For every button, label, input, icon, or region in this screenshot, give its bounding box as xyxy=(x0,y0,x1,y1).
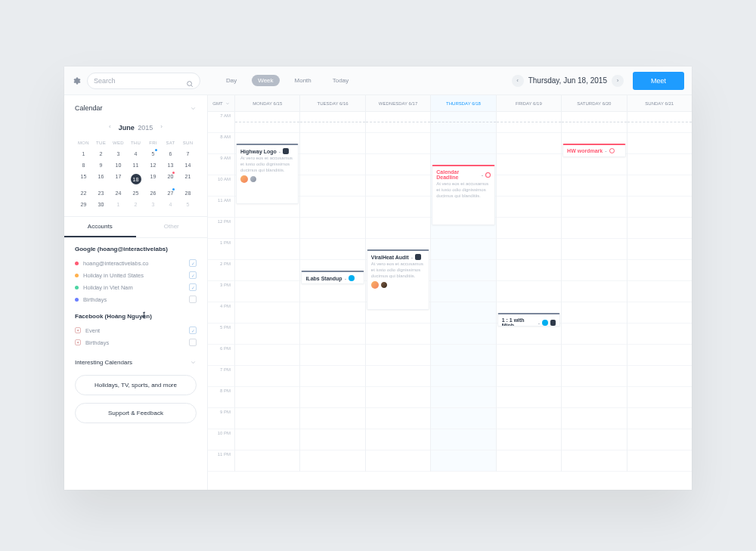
calendar-event[interactable]: Highway Logo - At vero eos et accusamus … xyxy=(236,144,299,204)
time-slot[interactable] xyxy=(562,387,626,408)
tab-accounts[interactable]: Accounts xyxy=(64,217,136,237)
time-slot[interactable] xyxy=(627,133,692,154)
mini-day[interactable]: 2 xyxy=(92,148,110,159)
timezone-selector[interactable]: GMT xyxy=(208,95,235,111)
checkbox-icon[interactable] xyxy=(189,339,197,346)
time-slot[interactable] xyxy=(300,408,364,429)
calendar-toggle-item[interactable]: Birthdays xyxy=(75,293,197,305)
time-slot[interactable] xyxy=(627,281,692,302)
time-slot[interactable] xyxy=(431,302,495,323)
mini-day[interactable]: 19 xyxy=(144,171,162,187)
time-slot[interactable] xyxy=(497,450,561,472)
day-column[interactable]: Calendar Deadline - At vero eos et accus… xyxy=(431,112,496,472)
time-slot[interactable] xyxy=(366,450,430,472)
time-slot[interactable] xyxy=(627,429,692,450)
mini-day[interactable]: 28 xyxy=(179,187,197,199)
time-slot[interactable] xyxy=(627,450,692,472)
time-slot[interactable] xyxy=(497,175,561,197)
view-month[interactable]: Month xyxy=(289,75,318,86)
mini-next-month[interactable]: › xyxy=(159,122,164,132)
time-slot[interactable] xyxy=(562,429,626,450)
mini-day[interactable]: 11 xyxy=(127,159,144,171)
tab-other[interactable]: Other xyxy=(136,217,208,237)
time-slot[interactable] xyxy=(562,218,626,239)
day-header-cell[interactable]: FRIDAY 6/19 xyxy=(497,95,562,111)
mini-day[interactable]: 18 xyxy=(127,171,144,187)
mini-day[interactable]: 8 xyxy=(75,159,92,171)
time-slot[interactable] xyxy=(300,387,364,408)
time-slot[interactable] xyxy=(431,408,495,429)
mini-day[interactable]: 16 xyxy=(92,171,110,187)
mini-day[interactable]: 7 xyxy=(179,148,197,159)
mini-day[interactable]: 5 xyxy=(179,199,197,210)
time-slot[interactable] xyxy=(497,387,561,408)
time-slot[interactable] xyxy=(497,345,561,366)
time-slot[interactable] xyxy=(235,429,299,450)
day-header-cell[interactable]: SUNDAY 6/21 xyxy=(627,95,692,111)
checkbox-icon[interactable]: ✓ xyxy=(189,259,197,267)
checkbox-icon[interactable] xyxy=(189,296,197,303)
week-grid[interactable]: 7 AM8 AM9 AM10 AM11 AM12 PM1 PM2 PM3 PM4… xyxy=(208,112,692,490)
time-slot[interactable] xyxy=(497,197,561,218)
time-slot[interactable] xyxy=(431,366,495,387)
time-slot[interactable] xyxy=(235,302,299,323)
time-slot[interactable] xyxy=(431,345,495,366)
mini-day[interactable]: 17 xyxy=(110,171,127,187)
time-slot[interactable] xyxy=(300,323,364,345)
day-column[interactable]: iLabs Standup - xyxy=(300,112,365,472)
time-slot[interactable] xyxy=(497,281,561,302)
time-slot[interactable] xyxy=(300,302,364,323)
calendar-event[interactable]: 1 : 1 with Minh - xyxy=(497,313,560,327)
search-input[interactable] xyxy=(94,77,181,85)
time-slot[interactable] xyxy=(235,387,299,408)
time-slot[interactable] xyxy=(562,239,626,260)
time-slot[interactable] xyxy=(300,366,364,387)
mini-day[interactable]: 14 xyxy=(179,159,197,171)
time-slot[interactable] xyxy=(235,112,299,133)
time-slot[interactable] xyxy=(300,154,364,175)
time-slot[interactable] xyxy=(431,387,495,408)
mini-day[interactable]: 22 xyxy=(75,187,92,199)
time-slot[interactable] xyxy=(366,112,430,133)
mini-day[interactable]: 1 xyxy=(110,199,127,210)
day-header-cell[interactable]: SATURDAY 6/20 xyxy=(562,95,627,111)
time-slot[interactable] xyxy=(627,408,692,429)
time-slot[interactable] xyxy=(627,345,692,366)
time-slot[interactable] xyxy=(366,345,430,366)
time-slot[interactable] xyxy=(562,366,626,387)
time-slot[interactable] xyxy=(431,429,495,450)
calendar-event[interactable]: ViralHeat Audit - At vero eos et accusam… xyxy=(367,249,429,310)
time-slot[interactable] xyxy=(497,239,561,260)
time-slot[interactable] xyxy=(235,450,299,472)
mini-day[interactable]: 15 xyxy=(75,171,92,187)
mini-prev-month[interactable]: ‹ xyxy=(107,122,113,132)
time-slot[interactable] xyxy=(431,281,495,302)
time-slot[interactable] xyxy=(627,112,692,133)
time-slot[interactable] xyxy=(300,281,364,302)
time-slot[interactable] xyxy=(300,239,364,260)
mini-day[interactable]: 30 xyxy=(92,199,110,210)
gear-icon[interactable] xyxy=(72,76,81,85)
mini-day[interactable]: 21 xyxy=(179,171,197,187)
mini-day[interactable]: 29 xyxy=(75,199,92,210)
day-header-cell[interactable]: MONDAY 6/15 xyxy=(235,95,300,111)
mini-day[interactable]: 9 xyxy=(92,159,110,171)
time-slot[interactable] xyxy=(627,302,692,323)
time-slot[interactable] xyxy=(627,218,692,239)
time-slot[interactable] xyxy=(627,239,692,260)
time-slot[interactable] xyxy=(627,260,692,281)
view-day[interactable]: Day xyxy=(220,75,243,86)
calendar-toggle-item[interactable]: Holiday in Viet Nam✓ xyxy=(75,281,197,293)
time-slot[interactable] xyxy=(366,366,430,387)
time-slot[interactable] xyxy=(235,260,299,281)
mini-day[interactable]: 4 xyxy=(162,199,179,210)
support-feedback-button[interactable]: Support & Feedback xyxy=(75,403,197,423)
mini-day[interactable]: 5 xyxy=(144,148,162,159)
prev-week-button[interactable]: ‹ xyxy=(512,75,524,87)
time-slot[interactable] xyxy=(235,345,299,366)
time-slot[interactable] xyxy=(235,366,299,387)
time-slot[interactable] xyxy=(497,429,561,450)
time-slot[interactable] xyxy=(366,429,430,450)
mini-day[interactable]: 20 xyxy=(162,171,179,187)
time-slot[interactable] xyxy=(235,281,299,302)
